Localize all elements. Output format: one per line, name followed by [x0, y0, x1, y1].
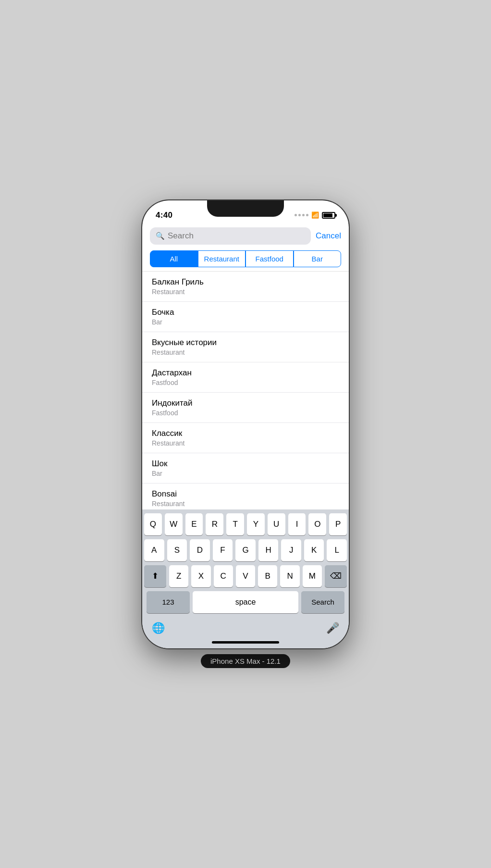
filter-tab-restaurant[interactable]: Restaurant — [198, 250, 246, 267]
list-item-name: Вкусные истории — [152, 338, 339, 347]
list-item-type: Restaurant — [152, 439, 339, 447]
notch — [207, 200, 284, 217]
shift-key[interactable]: ⬆ — [144, 565, 166, 587]
list-item[interactable]: Бочка Bar — [142, 302, 349, 332]
key-a[interactable]: A — [144, 539, 164, 561]
key-t[interactable]: T — [226, 513, 244, 535]
filter-tab-fastfood[interactable]: Fastfood — [246, 250, 294, 267]
key-row-3: ⬆ Z X C V B N M ⌫ — [144, 565, 347, 587]
screen: 4:40 📶 — [142, 200, 349, 648]
search-bar-row: 🔍 Cancel — [142, 223, 349, 248]
device-label: iPhone XS Max - 12.1 — [201, 654, 290, 668]
list-item-name: Дастархан — [152, 368, 339, 378]
numbers-key[interactable]: 123 — [147, 591, 190, 613]
key-v[interactable]: V — [236, 565, 255, 587]
list-item-type: Restaurant — [152, 348, 339, 356]
list-item[interactable]: Индокитай Fastfood — [142, 393, 349, 423]
list-item-name: Bonsai — [152, 489, 339, 499]
key-d[interactable]: D — [190, 539, 210, 561]
search-key[interactable]: Search — [301, 591, 344, 613]
status-icons: 📶 — [295, 211, 335, 219]
app-content: 🔍 Cancel All Restaurant Fastfood Bar Бал… — [142, 223, 349, 648]
key-e[interactable]: E — [185, 513, 203, 535]
key-k[interactable]: K — [304, 539, 324, 561]
list-item[interactable]: Балкан Гриль Restaurant — [142, 272, 349, 302]
bottom-bar: 🌐 🎤 — [142, 619, 349, 638]
key-z[interactable]: Z — [169, 565, 188, 587]
list-item-type: Fastfood — [152, 409, 339, 417]
space-key[interactable]: space — [193, 591, 298, 613]
filter-tab-bar[interactable]: Bar — [294, 250, 342, 267]
list-item-type: Restaurant — [152, 500, 339, 508]
list-item-name: Индокитай — [152, 398, 339, 408]
key-h[interactable]: H — [258, 539, 279, 561]
signal-dot-3 — [302, 214, 305, 216]
key-row-4: 123 space Search — [144, 591, 347, 613]
delete-key[interactable]: ⌫ — [325, 565, 347, 587]
list-item-name: Шок — [152, 459, 339, 469]
list-item[interactable]: Классик Restaurant — [142, 423, 349, 453]
key-x[interactable]: X — [191, 565, 210, 587]
list-item[interactable]: Вкусные истории Restaurant — [142, 332, 349, 362]
home-indicator-wrap — [142, 638, 349, 648]
phone-frame: 4:40 📶 — [142, 200, 349, 648]
key-r[interactable]: R — [206, 513, 223, 535]
list-item[interactable]: Шок Bar — [142, 453, 349, 484]
outer-wrapper: 4:40 📶 — [142, 200, 349, 668]
key-o[interactable]: O — [308, 513, 326, 535]
list-item[interactable]: Bonsai Restaurant — [142, 484, 349, 509]
signal-dot-1 — [295, 214, 297, 216]
signal-dots — [295, 214, 308, 216]
filter-tabs: All Restaurant Fastfood Bar — [142, 248, 349, 272]
key-p[interactable]: P — [329, 513, 347, 535]
battery-icon — [322, 212, 335, 219]
filter-tab-all[interactable]: All — [150, 250, 198, 267]
signal-dot-4 — [306, 214, 308, 216]
list-item-name: Классик — [152, 429, 339, 438]
key-row-2: A S D F G H J K L — [144, 539, 347, 561]
key-c[interactable]: C — [214, 565, 233, 587]
home-indicator — [212, 641, 279, 644]
list-item-name: Балкан Гриль — [152, 277, 339, 287]
search-input-wrap[interactable]: 🔍 — [150, 227, 311, 245]
cancel-button[interactable]: Cancel — [316, 231, 341, 241]
key-g[interactable]: G — [235, 539, 256, 561]
key-q[interactable]: Q — [144, 513, 162, 535]
key-j[interactable]: J — [281, 539, 301, 561]
list-item-name: Бочка — [152, 308, 339, 317]
key-n[interactable]: N — [280, 565, 299, 587]
search-input[interactable] — [168, 231, 305, 241]
search-icon: 🔍 — [156, 232, 165, 240]
list-item-type: Restaurant — [152, 288, 339, 296]
mic-icon[interactable]: 🎤 — [326, 622, 339, 634]
key-row-1: Q W E R T Y U I O P — [144, 513, 347, 535]
key-b[interactable]: B — [258, 565, 277, 587]
key-y[interactable]: Y — [247, 513, 265, 535]
key-i[interactable]: I — [288, 513, 306, 535]
globe-icon[interactable]: 🌐 — [152, 622, 165, 634]
list-container: Балкан Гриль Restaurant Бочка Bar Вкусны… — [142, 272, 349, 509]
list-item-type: Bar — [152, 470, 339, 477]
key-f[interactable]: F — [213, 539, 233, 561]
signal-dot-2 — [298, 214, 301, 216]
list-item-type: Bar — [152, 318, 339, 326]
status-time: 4:40 — [156, 211, 172, 220]
wifi-icon: 📶 — [311, 211, 319, 219]
list-item[interactable]: Дастархан Fastfood — [142, 362, 349, 393]
list-item-type: Fastfood — [152, 379, 339, 386]
key-w[interactable]: W — [165, 513, 183, 535]
key-s[interactable]: S — [167, 539, 187, 561]
key-m[interactable]: M — [303, 565, 322, 587]
keyboard: Q W E R T Y U I O P A S D — [142, 509, 349, 619]
key-u[interactable]: U — [268, 513, 285, 535]
battery-fill — [323, 213, 332, 217]
key-l[interactable]: L — [327, 539, 347, 561]
